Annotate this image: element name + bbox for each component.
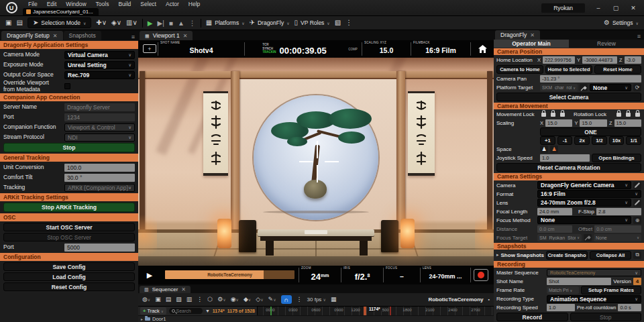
world-space-icon[interactable]: ♟ <box>550 146 558 153</box>
stop-button[interactable]: ■ <box>169 19 173 27</box>
camera-add-icon[interactable]: ▧ <box>176 297 182 303</box>
server-name-input[interactable]: Dragonfly Server <box>64 103 135 111</box>
master-sequence-dropdown[interactable]: RoboticTeaCeremony∨ <box>547 269 641 276</box>
tab-dragonfly[interactable]: DragonFly✕ <box>495 30 540 40</box>
tab-snapshots[interactable]: Snapshots <box>64 31 101 40</box>
expand-arrow-icon[interactable]: ▸ <box>141 317 143 321</box>
lens-dropdown[interactable]: 24-70mm Zoom f/2.8∨ <box>537 199 631 207</box>
seq-save-icon[interactable]: ▣ <box>155 297 161 303</box>
playback-end-marker[interactable] <box>390 307 391 315</box>
camera-dropdown[interactable]: DragonFly Generic Camera∨ <box>537 181 631 189</box>
vp-roles-dropdown[interactable]: ▯ VP Roles∨ <box>294 19 330 26</box>
add-actor-icon[interactable]: ✚∨ <box>96 19 107 26</box>
focus-reticle-icon[interactable]: ⊕ <box>633 217 641 224</box>
eject-button[interactable]: ▲ <box>178 19 184 27</box>
fstop-input[interactable]: 2.8 <box>596 208 641 215</box>
camera-to-home-button[interactable]: Camera to Home <box>496 65 543 74</box>
subtab-review[interactable]: Review <box>569 40 644 48</box>
create-snapshot-button[interactable]: Create Snapsho <box>546 251 588 260</box>
play-button[interactable]: ▶ <box>148 19 153 27</box>
menu-tools[interactable]: Tools <box>96 1 109 7</box>
scale-z-input[interactable]: 15.0 <box>614 119 641 127</box>
close-viewport-icon[interactable]: ✕ <box>183 33 188 39</box>
record-button[interactable] <box>474 269 488 281</box>
tab-sequencer[interactable]: ▥ Sequencer ✕ <box>140 286 191 293</box>
load-config-button[interactable]: Load Config <box>3 272 135 281</box>
save-icon[interactable]: ▣ <box>5 19 11 26</box>
scale-10x-button[interactable]: 10x <box>609 136 625 145</box>
panel-menu-icon[interactable]: ≡ <box>131 34 137 40</box>
external-window-icon[interactable]: ⧉ <box>633 252 641 259</box>
menu-edit[interactable]: Edit <box>47 1 57 7</box>
menu-actor[interactable]: Actor <box>166 1 179 7</box>
maximize-button[interactable]: ▢ <box>612 5 620 11</box>
menu-help[interactable]: Help <box>189 1 200 7</box>
rotate-icon[interactable]: ⟳ <box>633 84 641 91</box>
camera-space-icon[interactable]: ♟ <box>540 146 548 153</box>
movement-lock-x-icon[interactable] <box>541 113 546 117</box>
exposure-mode-dropdown[interactable]: Unreal Setting∨ <box>64 61 135 69</box>
frame-range[interactable]: 1175 of 1528 <box>227 309 255 313</box>
scale-half-button[interactable]: 1/2 <box>592 136 607 145</box>
seq-dots-icon[interactable]: ⋮ <box>197 297 203 303</box>
joystick-speed-input[interactable]: 1.0 <box>540 154 590 162</box>
companion-stop-button[interactable]: Stop <box>3 143 135 152</box>
unreal-logo-icon[interactable]: U <box>0 0 23 15</box>
menu-window[interactable]: Window <box>66 1 86 7</box>
fps-dropdown[interactable]: 30 fps ∨ <box>307 297 326 303</box>
play-options-dots[interactable]: ⋮ <box>189 19 196 27</box>
world-icon[interactable]: ◍∨ <box>142 297 150 303</box>
format-dropdown[interactable]: 16:9 Film∨ <box>537 190 641 198</box>
seq-dots2-icon[interactable]: ⋮ <box>297 297 303 303</box>
toolbar-more-dots[interactable]: ⋮ <box>345 19 352 26</box>
port-input[interactable]: 1234 <box>64 113 135 121</box>
setup-frame-rates-button[interactable]: Setup Frame Rates <box>581 286 641 294</box>
eye-icon[interactable]: ◉∨ <box>231 297 239 303</box>
record-button[interactable]: Record <box>496 313 568 321</box>
keyframe-icon[interactable]: ◆∨ <box>244 297 251 303</box>
focal-length-input[interactable]: 24.0 mm <box>537 208 572 215</box>
close-tab-icon[interactable]: ✕ <box>53 33 58 39</box>
scale-1-1-button[interactable]: 1/1 <box>626 136 641 145</box>
minimize-button[interactable]: – <box>594 5 602 11</box>
asset-tab[interactable]: JapaneseCourtyard_01... <box>23 8 99 15</box>
menu-build[interactable]: Build <box>118 1 131 7</box>
lock-icon[interactable]: ▪ <box>488 297 490 302</box>
eyedropper-icon[interactable] <box>580 84 588 91</box>
version-value[interactable]: 4 <box>633 278 641 285</box>
playback-start-marker[interactable] <box>270 307 272 315</box>
actor-sequence-icon[interactable]: ⬡ <box>207 297 213 303</box>
blueprints-icon[interactable]: ◈∨ <box>111 19 121 26</box>
rotation-lock-x-icon[interactable] <box>616 113 621 117</box>
edit-camera-icon[interactable] <box>633 182 641 189</box>
movement-lock-z-icon[interactable] <box>560 113 565 117</box>
offset-input[interactable]: 0.0 cm <box>594 225 641 233</box>
panel-menu-icon[interactable]: ≡ <box>637 33 643 40</box>
color-space-dropdown[interactable]: Rec.709∨ <box>64 71 135 79</box>
scale-one-button[interactable]: ONE <box>540 127 641 136</box>
tab-dragonfly-setup[interactable]: DragonFly Setup✕ <box>1 31 63 40</box>
recording-type-dropdown[interactable]: Animation Sequence∨ <box>547 295 641 303</box>
unit-conversion-input[interactable]: 100.0 <box>64 164 135 172</box>
home-z-input[interactable]: -3.0 <box>625 56 641 64</box>
reset-config-button[interactable]: Reset Config <box>3 282 135 291</box>
save-config-button[interactable]: Save Config <box>3 262 135 271</box>
home-to-selected-button[interactable]: Home to Selected <box>545 65 592 74</box>
focus-target-dropdown[interactable]: SM_Ryokan_Stone∨ <box>537 234 582 241</box>
frame-rate-dropdown[interactable]: Match Pri∨ <box>547 286 579 294</box>
focus-target-none-dropdown[interactable]: None∨ <box>594 234 641 241</box>
rotation-lock-z-icon[interactable] <box>635 113 640 117</box>
thumbnail-icon[interactable]: ▦ <box>331 297 337 303</box>
cinematics-icon[interactable]: ▥∨ <box>126 19 138 26</box>
selection-mode-dropdown[interactable]: ➤ Selection Mode∨ <box>28 17 91 28</box>
close-button[interactable]: ✕ <box>629 5 637 11</box>
current-frame[interactable]: 1174* <box>213 309 225 313</box>
show-snapshots-label[interactable]: Show Snapshots <box>501 252 544 258</box>
camera-pan-input[interactable]: -31.23 ° <box>540 75 641 83</box>
search-input[interactable] <box>176 309 200 313</box>
home-y-input[interactable]: -3080.44873 <box>582 56 617 64</box>
scale-x-input[interactable]: 15.0 <box>545 119 572 127</box>
reset-home-button[interactable]: Reset Home <box>594 65 641 74</box>
camera-mode-dropdown[interactable]: Virtual Camera∨ <box>64 51 135 59</box>
close-sequencer-icon[interactable]: ✕ <box>181 286 186 292</box>
